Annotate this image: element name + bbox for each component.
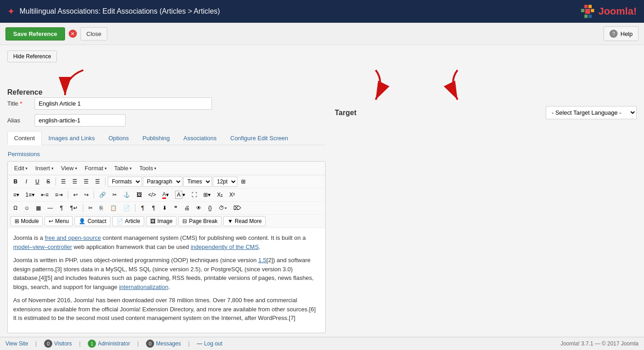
target-arrows-row	[335, 68, 637, 104]
close-button[interactable]: Close	[80, 27, 107, 41]
contact-icon: 👤	[79, 218, 86, 224]
tab-associations[interactable]: Associations	[176, 131, 223, 145]
blockquote-button[interactable]: ❝	[171, 203, 181, 213]
timer-button[interactable]: ⏱▾	[216, 203, 230, 213]
print-button[interactable]: 🖨	[181, 203, 192, 213]
editor-menu-format[interactable]: Format ▾	[81, 163, 111, 173]
title-input[interactable]	[35, 97, 212, 110]
special-char-button[interactable]: Ω	[10, 203, 20, 213]
tab-permissions[interactable]: Permissions	[7, 147, 47, 161]
insert-menu-button[interactable]: ↩ Menu	[45, 216, 73, 226]
align-left-button[interactable]: ☰	[58, 177, 69, 187]
code-view-button[interactable]: </>	[146, 190, 159, 200]
joomla-star-icon: ✦	[7, 6, 15, 17]
font-color-button[interactable]: A▾	[160, 190, 171, 200]
insert-link-button[interactable]: 🔗	[96, 190, 109, 200]
bg-color-button[interactable]: A▾	[172, 190, 188, 200]
read-more-label: Read More	[235, 218, 262, 224]
clear-button[interactable]: ⌦	[231, 203, 244, 213]
para2-button[interactable]: ¶↵	[67, 203, 80, 213]
align-justify-button[interactable]: ☰	[92, 177, 103, 187]
subscript-button[interactable]: X₂	[214, 190, 226, 200]
insert-article-button[interactable]: 📄 Article	[112, 216, 144, 226]
required-indicator: *	[20, 100, 22, 107]
unlink-button[interactable]: ✂	[110, 190, 120, 200]
italic-button[interactable]: I	[21, 177, 31, 187]
bold-button[interactable]: B	[10, 177, 20, 187]
pilcrow-button[interactable]: ¶	[138, 203, 148, 213]
tab-configure-edit-screen[interactable]: Configure Edit Screen	[223, 131, 295, 145]
outdent-button[interactable]: ⇤≡	[38, 190, 51, 200]
paragraph-select[interactable]: Paragraph	[143, 177, 182, 187]
cut-button[interactable]: ✂	[86, 203, 96, 213]
edit-dropdown-arrow: ▾	[25, 166, 28, 171]
joomla-logo-text: Joomla!	[599, 5, 637, 17]
insert-image-button[interactable]: 🖼	[134, 190, 145, 200]
editor-menu-insert[interactable]: Insert ▾	[31, 163, 57, 173]
hr-button[interactable]: —	[45, 203, 55, 213]
insert-read-more-button[interactable]: ▼ Read More	[223, 216, 266, 226]
fullscreen-button[interactable]: ⛶	[189, 190, 200, 200]
indent-button[interactable]: ≡⇥	[52, 190, 65, 200]
table-layout-button[interactable]: ⊞	[238, 177, 248, 187]
menu-label: Menu	[55, 218, 69, 224]
top-navigation-bar: ✦ Multilingual Associations: Edit Associ…	[0, 0, 644, 23]
page-break-icon: ⊟	[182, 218, 187, 224]
insert-contact-button[interactable]: 👤 Contact	[75, 216, 110, 226]
status-bar: View Site | 0 Visitors | 1 Administrator…	[0, 337, 644, 339]
size-select[interactable]: 12pt	[213, 177, 237, 187]
alias-label: Alias	[7, 117, 35, 124]
reference-down-arrow-icon	[56, 68, 92, 100]
editor-menu-tools[interactable]: Tools ▾	[136, 163, 160, 173]
tab-images-links[interactable]: Images and Links	[42, 131, 102, 145]
alias-input[interactable]	[35, 114, 126, 127]
insert-image-btn[interactable]: 🖼 Image	[146, 216, 176, 226]
article-label: Article	[125, 218, 140, 224]
insert-page-break-button[interactable]: ⊟ Page Break	[178, 216, 221, 226]
paste-button[interactable]: 📋	[107, 203, 120, 213]
editor-menu-table[interactable]: Table ▾	[111, 163, 136, 173]
insert-table-button[interactable]: ⊞▾	[201, 190, 213, 200]
underline-button[interactable]: U	[32, 177, 42, 187]
save-reference-button[interactable]: Save Reference	[5, 27, 65, 41]
redo-button[interactable]: ↪	[81, 190, 91, 200]
joomla-logo: Joomla!	[579, 3, 637, 20]
strikethrough-button[interactable]: S	[43, 177, 53, 187]
formats-select[interactable]: Formats	[108, 177, 142, 187]
editor-menu-bar: Edit ▾ Insert ▾ View ▾ Format ▾ Table ▾ …	[8, 162, 325, 175]
contact-label: Contact	[87, 218, 106, 224]
undo-button[interactable]: ↩	[70, 190, 80, 200]
view-dropdown-arrow: ▾	[75, 166, 77, 171]
emoji-button[interactable]: ☺	[21, 203, 32, 213]
anchor-button[interactable]: ⚓	[121, 190, 133, 200]
superscript-button[interactable]: X²	[226, 190, 237, 200]
hide-reference-button[interactable]: Hide Reference	[7, 51, 57, 62]
target-arrow-icon	[362, 68, 389, 104]
insert-module-button[interactable]: ⊞ Module	[10, 216, 43, 226]
toolbar: Save Reference ✕ Close ? Help	[0, 23, 644, 45]
media-button[interactable]: ▦	[33, 203, 44, 213]
insert-dropdown-arrow: ▾	[51, 166, 54, 171]
unordered-list-button[interactable]: ≡▾	[10, 190, 22, 200]
editor-menu-edit[interactable]: Edit ▾	[10, 163, 31, 173]
paste-text-button[interactable]: 📄	[121, 203, 133, 213]
download-button[interactable]: ⬇	[160, 203, 170, 213]
preview-button[interactable]: 👁	[193, 203, 204, 213]
tab-options[interactable]: Options	[101, 131, 136, 145]
copy-button[interactable]: ⎘	[96, 203, 106, 213]
tab-publishing[interactable]: Publishing	[136, 131, 176, 145]
pilcrow2-button[interactable]: ¶	[149, 203, 159, 213]
tools-dropdown-arrow: ▾	[154, 166, 156, 171]
code-button[interactable]: {}	[205, 203, 215, 213]
tab-content[interactable]: Content	[7, 131, 42, 145]
target-language-select[interactable]: - Select Target Language -	[546, 106, 637, 119]
close-x-icon[interactable]: ✕	[69, 30, 77, 38]
font-select[interactable]: Times	[183, 177, 212, 187]
ordered-list-button[interactable]: 1≡▾	[23, 190, 37, 200]
align-center-button[interactable]: ☰	[70, 177, 80, 187]
help-button[interactable]: ? Help	[604, 26, 639, 41]
para-button[interactable]: ¶	[56, 203, 66, 213]
editor-menu-view[interactable]: View ▾	[57, 163, 81, 173]
editor-content[interactable]: Joomla is a free and open-source content…	[8, 228, 325, 333]
align-right-button[interactable]: ☰	[81, 177, 91, 187]
